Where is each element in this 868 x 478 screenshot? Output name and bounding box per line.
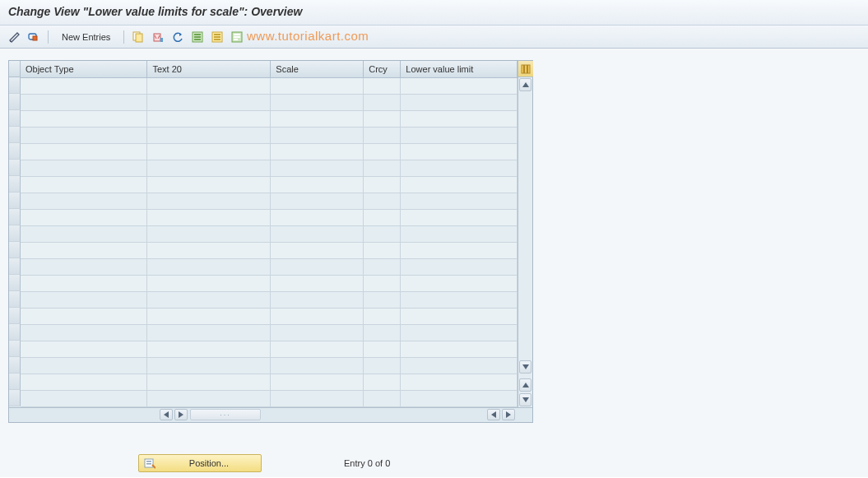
- row-selector[interactable]: [9, 225, 21, 242]
- table-cell[interactable]: [21, 390, 147, 406]
- table-row[interactable]: [21, 258, 518, 275]
- table-cell[interactable]: [147, 341, 271, 357]
- table-row[interactable]: [21, 341, 518, 357]
- table-cell[interactable]: [401, 127, 518, 143]
- table-cell[interactable]: [21, 357, 147, 374]
- table-cell[interactable]: [401, 209, 518, 225]
- table-cell[interactable]: [364, 176, 401, 193]
- table-row[interactable]: [21, 275, 518, 291]
- table-cell[interactable]: [147, 357, 271, 374]
- row-selector[interactable]: [9, 390, 21, 406]
- column-header[interactable]: Object Type: [21, 61, 147, 77]
- table-cell[interactable]: [364, 160, 401, 176]
- table-cell[interactable]: [147, 143, 271, 160]
- table-cell[interactable]: [364, 341, 401, 357]
- table-row[interactable]: [21, 374, 518, 390]
- table-cell[interactable]: [147, 94, 271, 110]
- table-cell[interactable]: [147, 308, 271, 324]
- table-row[interactable]: [21, 160, 518, 176]
- column-header[interactable]: Crcy: [364, 61, 401, 77]
- row-selector[interactable]: [9, 357, 21, 374]
- table-cell[interactable]: [21, 94, 147, 110]
- table-cell[interactable]: [21, 374, 147, 390]
- table-cell[interactable]: [401, 374, 518, 390]
- table-cell[interactable]: [147, 291, 271, 308]
- table-cell[interactable]: [401, 341, 518, 357]
- table-row[interactable]: [21, 308, 518, 324]
- scroll-right-button[interactable]: [174, 409, 188, 420]
- table-cell[interactable]: [271, 374, 364, 390]
- table-row[interactable]: [21, 193, 518, 209]
- table-cell[interactable]: [271, 94, 364, 110]
- table-cell[interactable]: [401, 275, 518, 291]
- table-row[interactable]: [21, 77, 518, 94]
- row-selector[interactable]: [9, 77, 21, 94]
- table-cell[interactable]: [401, 357, 518, 374]
- table-cell[interactable]: [401, 324, 518, 341]
- column-header[interactable]: Lower value limit: [401, 61, 518, 77]
- table-cell[interactable]: [401, 110, 518, 127]
- row-selector[interactable]: [9, 242, 21, 258]
- copy-icon[interactable]: [131, 30, 146, 44]
- table-cell[interactable]: [364, 110, 401, 127]
- table-cell[interactable]: [271, 308, 364, 324]
- table-cell[interactable]: [21, 193, 147, 209]
- scroll-up-secondary-button[interactable]: [519, 378, 531, 392]
- table-cell[interactable]: [401, 390, 518, 406]
- table-cell[interactable]: [364, 308, 401, 324]
- table-cell[interactable]: [271, 225, 364, 242]
- row-selector[interactable]: [9, 94, 21, 110]
- table-cell[interactable]: [364, 357, 401, 374]
- table-cell[interactable]: [147, 127, 271, 143]
- table-cell[interactable]: [271, 324, 364, 341]
- table-cell[interactable]: [271, 275, 364, 291]
- table-cell[interactable]: [271, 193, 364, 209]
- table-cell[interactable]: [364, 209, 401, 225]
- table-row[interactable]: [21, 324, 518, 341]
- table-cell[interactable]: [147, 160, 271, 176]
- table-cell[interactable]: [147, 176, 271, 193]
- table-row[interactable]: [21, 110, 518, 127]
- table-cell[interactable]: [364, 77, 401, 94]
- table-cell[interactable]: [401, 193, 518, 209]
- table-cell[interactable]: [401, 77, 518, 94]
- row-selector[interactable]: [9, 127, 21, 143]
- table-cell[interactable]: [271, 127, 364, 143]
- table-row[interactable]: [21, 225, 518, 242]
- table-cell[interactable]: [401, 143, 518, 160]
- table-cell[interactable]: [21, 160, 147, 176]
- table-cell[interactable]: [147, 275, 271, 291]
- row-selector[interactable]: [9, 291, 21, 308]
- toggle-display-change-icon[interactable]: [7, 30, 21, 44]
- table-cell[interactable]: [271, 77, 364, 94]
- table-cell[interactable]: [21, 291, 147, 308]
- table-row[interactable]: [21, 242, 518, 258]
- row-selector[interactable]: [9, 176, 21, 193]
- row-selector[interactable]: [9, 193, 21, 209]
- row-selector[interactable]: [9, 110, 21, 127]
- position-button[interactable]: Position...: [138, 454, 262, 472]
- configure-columns-icon[interactable]: [518, 61, 533, 77]
- vertical-scrollbar[interactable]: [518, 61, 532, 407]
- deselect-all-icon[interactable]: [210, 30, 225, 44]
- table-row[interactable]: [21, 357, 518, 374]
- table-cell[interactable]: [401, 160, 518, 176]
- table-cell[interactable]: [401, 225, 518, 242]
- table-row[interactable]: [21, 127, 518, 143]
- table-row[interactable]: [21, 209, 518, 225]
- row-selector[interactable]: [9, 374, 21, 390]
- table-cell[interactable]: [364, 242, 401, 258]
- table-cell[interactable]: [271, 291, 364, 308]
- table-cell[interactable]: [21, 209, 147, 225]
- table-cell[interactable]: [401, 242, 518, 258]
- table-row[interactable]: [21, 291, 518, 308]
- column-header[interactable]: Scale: [271, 61, 364, 77]
- scroll-right-end-button[interactable]: [502, 409, 515, 420]
- table-cell[interactable]: [271, 390, 364, 406]
- table-row[interactable]: [21, 94, 518, 110]
- table-cell[interactable]: [21, 77, 147, 94]
- print-icon[interactable]: [230, 30, 244, 44]
- new-entries-button[interactable]: New Entries: [55, 30, 117, 44]
- row-selector[interactable]: [9, 275, 21, 291]
- table-cell[interactable]: [364, 225, 401, 242]
